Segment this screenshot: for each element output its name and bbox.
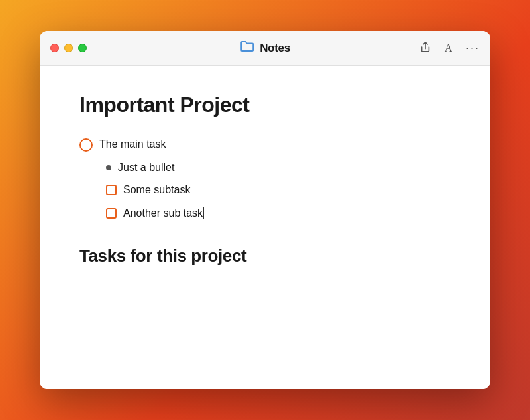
maximize-button[interactable] [78, 44, 87, 52]
checkbox-icon-1[interactable] [106, 185, 117, 195]
folder-icon [240, 40, 254, 56]
titlebar: Notes A ··· [40, 31, 490, 66]
task-item-subtask1: Some subtask [80, 179, 450, 201]
note-title: Important Project [80, 92, 450, 117]
task-item-subtask2: Another sub task [80, 202, 450, 225]
task-circle-icon[interactable] [80, 138, 93, 152]
traffic-lights [50, 44, 87, 52]
task-item-bullet: Just a bullet [80, 156, 450, 179]
titlebar-title: Notes [260, 42, 290, 55]
section-title: Tasks for this project [80, 246, 450, 266]
titlebar-actions: A ··· [419, 41, 480, 56]
task-subtask1-text: Some subtask [123, 183, 190, 197]
task-item-main: The main task [80, 133, 450, 156]
close-button[interactable] [50, 44, 59, 52]
notes-window: Notes A ··· Important Project The main t… [40, 31, 490, 389]
note-content[interactable]: Important Project The main task Just a b… [40, 66, 490, 389]
share-button[interactable] [419, 41, 431, 56]
task-subtask2-text: Another sub task [123, 206, 204, 221]
titlebar-center: Notes [240, 40, 290, 56]
task-main-text: The main task [99, 137, 166, 152]
task-bullet-text: Just a bullet [118, 160, 174, 175]
checkbox-icon-2[interactable] [106, 208, 117, 219]
bullet-icon [106, 165, 111, 170]
more-button[interactable]: ··· [466, 41, 480, 55]
font-button[interactable]: A [445, 42, 452, 55]
task-list: The main task Just a bullet Some subtask… [80, 133, 450, 225]
text-cursor [203, 207, 204, 219]
minimize-button[interactable] [64, 44, 73, 52]
